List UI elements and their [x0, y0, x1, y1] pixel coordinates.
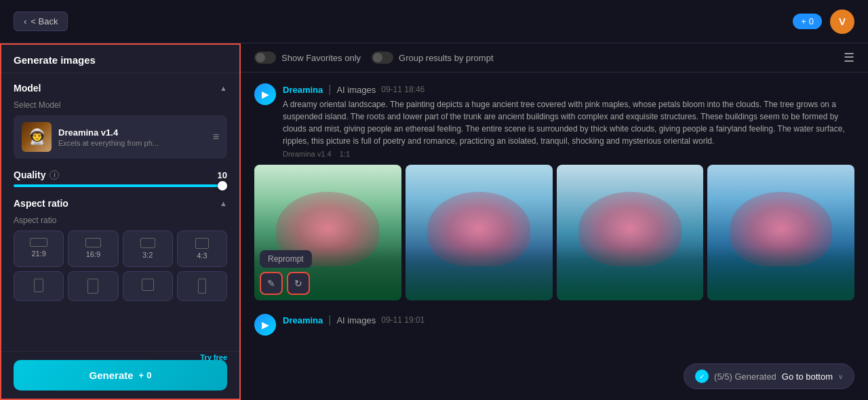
- model-name: Dreamina v1.4: [58, 127, 206, 138]
- gen-2-meta: Dreamina | AI images 09-11 19:01: [283, 314, 854, 329]
- gen-2-type: AI images: [336, 315, 376, 325]
- aspect-ratio-label: Aspect ratio: [14, 198, 68, 209]
- reprompt-icon: ↻: [294, 278, 302, 289]
- gen-1-image-4[interactable]: [707, 165, 854, 300]
- gen-2-time: 09-11 19:01: [381, 315, 425, 325]
- gen-1-type: AI images: [336, 85, 376, 95]
- aspect-grid-row2: [14, 271, 227, 301]
- aspect-3-2[interactable]: 3:2: [123, 231, 173, 267]
- model-info: Dreamina v1.4 Excels at everything from …: [58, 127, 206, 147]
- gen-1-image-3[interactable]: [557, 165, 704, 300]
- generate-credits: + 0: [139, 370, 152, 380]
- try-free-badge: Try free: [200, 353, 227, 361]
- gen-1-app-name: Dreamina: [283, 85, 323, 95]
- aspect-3-2-icon: [140, 238, 155, 248]
- show-favorites-label: Show Favorites only: [281, 53, 361, 63]
- status-check-text: ✓: [699, 373, 705, 380]
- content-area: Show Favorites only Group results by pro…: [241, 43, 868, 400]
- model-description: Excels at everything from ph...: [58, 139, 206, 147]
- aspect-tall[interactable]: [177, 271, 227, 301]
- back-button[interactable]: ‹ < Back: [14, 12, 68, 31]
- quality-label-text: Quality: [14, 169, 45, 180]
- avatar[interactable]: V: [830, 9, 854, 34]
- model-settings-icon[interactable]: ≡: [213, 131, 219, 143]
- model-thumbnail: [22, 122, 52, 152]
- gen-1-ratio: 1:1: [340, 150, 350, 158]
- model-section-label: Model: [14, 83, 41, 94]
- generate-button[interactable]: Generate + 0: [14, 360, 227, 391]
- show-favorites-filter[interactable]: Show Favorites only: [254, 52, 361, 64]
- gen-1-model: Dreamina v1.4: [283, 150, 332, 158]
- aspect-21-9-label: 21:9: [31, 249, 45, 258]
- edit-button[interactable]: ✎: [260, 272, 283, 295]
- credits-value: 0: [809, 16, 814, 26]
- status-chevron-icon: ∨: [838, 373, 843, 380]
- credits-plus-icon: +: [139, 370, 144, 380]
- gen-1-images: Reprompt ✎ ↻: [254, 165, 854, 300]
- reprompt-button[interactable]: ↻: [287, 272, 310, 295]
- slider-thumb: [218, 181, 227, 191]
- quality-value: 10: [218, 170, 227, 180]
- generation-entry-1: ▶ Dreamina | AI images 09-11 18:46 A dre…: [254, 83, 854, 300]
- aspect-square-icon: [142, 279, 154, 291]
- quality-slider-container[interactable]: [14, 184, 227, 187]
- quality-row: Quality i 10: [14, 169, 227, 180]
- aspect-grid: 21:9 16:9 3:2 4:3: [14, 231, 227, 267]
- aspect-ratio-sublabel: Aspect ratio: [14, 216, 227, 225]
- generate-credits-value: 0: [146, 370, 151, 380]
- save-icon[interactable]: ☰: [844, 50, 854, 65]
- top-bar: ‹ < Back + 0 V: [0, 0, 868, 43]
- gen-1-header: ▶ Dreamina | AI images 09-11 18:46 A dre…: [254, 83, 854, 158]
- aspect-4-3[interactable]: 4:3: [177, 231, 227, 267]
- credits-icon: +: [801, 16, 806, 26]
- aspect-3-2-label: 3:2: [142, 251, 153, 259]
- gen-2-avatar-icon: ▶: [262, 319, 269, 330]
- aspect-portrait-1[interactable]: [14, 271, 64, 301]
- aspect-16-9-icon: [85, 238, 101, 247]
- aspect-16-9-label: 16:9: [86, 250, 100, 258]
- aspect-4-3-label: 4:3: [197, 252, 207, 260]
- go-to-bottom-button[interactable]: Go to bottom: [782, 372, 833, 382]
- aspect-portrait-2[interactable]: [68, 271, 118, 301]
- sidebar: Generate images Model ▲ Select Model Dre…: [0, 43, 241, 400]
- model-thumb-inner: [22, 122, 52, 152]
- content-topbar: Show Favorites only Group results by pro…: [241, 43, 868, 73]
- group-toggle-dot: [373, 53, 382, 62]
- aspect-21-9[interactable]: 21:9: [14, 231, 64, 267]
- aspect-portrait-1-icon: [34, 279, 43, 292]
- gen-1-prompt-meta: Dreamina v1.4 1:1: [283, 150, 854, 158]
- model-chevron-icon: ▲: [220, 84, 227, 92]
- favorites-toggle[interactable]: [254, 52, 276, 64]
- aspect-square[interactable]: [123, 271, 173, 301]
- model-card[interactable]: Dreamina v1.4 Excels at everything from …: [14, 115, 227, 159]
- feed: ▶ Dreamina | AI images 09-11 18:46 A dre…: [241, 73, 868, 400]
- image-actions: ✎ ↻: [260, 272, 310, 295]
- aspect-ratio-section: Aspect ratio ▲ Aspect ratio 21:9 16:9: [14, 198, 227, 301]
- sidebar-footer: Try free Generate + 0: [1, 351, 239, 399]
- aspect-chevron-icon: ▲: [220, 199, 227, 207]
- generate-btn-wrapper: Try free Generate + 0: [14, 360, 227, 391]
- model-section-header: Model ▲: [14, 83, 227, 94]
- quality-label: Quality i: [14, 169, 59, 180]
- quality-info-icon[interactable]: i: [50, 170, 59, 180]
- gen-1-title-row: Dreamina | AI images 09-11 18:46: [283, 83, 854, 96]
- gen-1-prompt: A dreamy oriental landscape. The paintin…: [283, 98, 854, 147]
- gen-1-avatar: ▶: [254, 83, 276, 105]
- top-bar-right: + 0 V: [793, 9, 854, 34]
- status-bar: ✓ (5/5) Generated Go to bottom ∨: [684, 363, 854, 389]
- status-check-icon: ✓: [695, 369, 709, 383]
- credits-badge: + 0: [793, 14, 822, 29]
- aspect-16-9[interactable]: 16:9: [68, 231, 118, 267]
- gen-1-image-2[interactable]: [406, 165, 553, 300]
- back-label: < Back: [31, 16, 58, 26]
- generation-entry-2: ▶ Dreamina | AI images 09-11 19:01: [254, 314, 854, 336]
- group-results-label: Group results by prompt: [399, 53, 493, 63]
- quality-slider[interactable]: [14, 184, 227, 187]
- group-results-filter[interactable]: Group results by prompt: [372, 52, 493, 64]
- reprompt-label: Reprompt: [268, 254, 304, 264]
- aspect-4-3-icon: [195, 238, 209, 249]
- gen-1-separator: |: [328, 83, 331, 96]
- status-generated-text: (5/5) Generated: [714, 372, 776, 382]
- generate-label: Generate: [90, 369, 134, 381]
- group-toggle[interactable]: [372, 52, 393, 64]
